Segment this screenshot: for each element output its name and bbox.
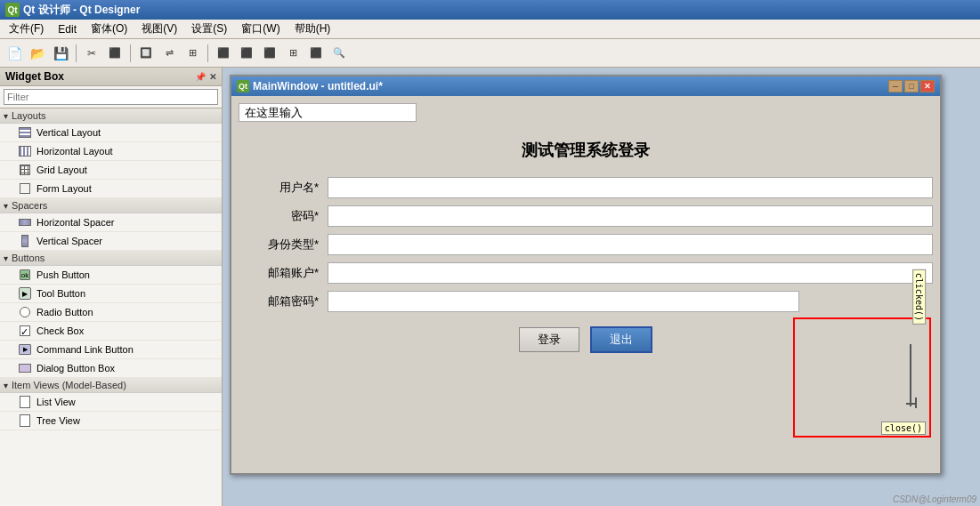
app-title: Qt 设计师 - Qt Designer <box>23 3 140 18</box>
inner-window-icon: Qt <box>237 80 249 92</box>
filter-input[interactable] <box>4 89 218 105</box>
toolbar-copy[interactable]: ⬛ <box>104 43 126 64</box>
toolbar-preview[interactable]: 🔍 <box>328 43 350 64</box>
form-layout-icon <box>18 181 32 196</box>
label-email: 邮箱账户* <box>239 265 319 281</box>
toolbar-open[interactable]: 📂 <box>27 43 48 64</box>
menu-form[interactable]: 窗体(O) <box>84 20 134 38</box>
horizontal-spacer-icon <box>18 215 32 229</box>
widget-box-pin[interactable]: 📌 <box>195 72 206 82</box>
category-item-views[interactable]: Item Views (Model-Based) <box>0 378 222 393</box>
widget-item-list-view[interactable]: List View <box>0 393 222 412</box>
toolbar-save[interactable]: 💾 <box>50 43 71 64</box>
widget-item-command-link-button[interactable]: ▶ Command Link Button <box>0 341 222 359</box>
vertical-spacer-icon <box>18 234 32 248</box>
input-username[interactable] <box>328 177 933 198</box>
label-email-pass: 邮箱密码* <box>239 293 319 309</box>
toolbar-widget-editor[interactable]: 🔲 <box>135 43 157 64</box>
category-spacers[interactable]: Spacers <box>0 198 222 213</box>
toolbar-align-r[interactable]: ⬛ <box>236 43 257 64</box>
widget-item-check-box[interactable]: ✓ Check Box <box>0 322 222 341</box>
input-email[interactable] <box>328 262 933 284</box>
menu-window[interactable]: 窗口(W) <box>234 20 287 38</box>
form-row-password: 密码* <box>239 205 933 227</box>
widget-item-push-button[interactable]: ok Push Button <box>0 266 222 285</box>
toolbar-layout1[interactable]: ⊞ <box>182 43 203 64</box>
toolbar-align-l[interactable]: ⬛ <box>213 43 234 64</box>
input-email-pass[interactable] <box>328 291 799 312</box>
menu-bar: 文件(F) Edit 窗体(O) 视图(V) 设置(S) 窗口(W) 帮助(H) <box>0 20 980 39</box>
menu-settings[interactable]: 设置(S) <box>184 20 234 38</box>
label-identity: 身份类型* <box>239 237 319 253</box>
widget-item-vertical-layout[interactable]: Vertical Layout <box>0 124 222 142</box>
toolbar-signal-slot[interactable]: ⇌ <box>158 43 180 64</box>
command-link-icon: ▶ <box>18 342 32 357</box>
form-main-title: 测试管理系统登录 <box>239 140 933 161</box>
widget-item-vertical-spacer[interactable]: Vertical Spacer <box>0 232 222 251</box>
toolbar-sep-3 <box>207 44 208 62</box>
form-row-username: 用户名* <box>239 177 933 198</box>
form-content: 测试管理系统登录 用户名* 密码* 身份类型* 邮箱账户* <box>231 96 940 360</box>
toolbar-align-c[interactable]: ⬛ <box>259 43 280 64</box>
widget-item-horizontal-spacer[interactable]: Horizontal Spacer <box>0 213 222 232</box>
input-identity[interactable] <box>328 234 933 255</box>
form-row-email: 邮箱账户* <box>239 262 933 284</box>
category-buttons[interactable]: Buttons <box>0 251 222 266</box>
toolbar-break[interactable]: ⬛ <box>305 43 327 64</box>
widget-item-grid-layout[interactable]: Grid Layout <box>0 161 222 180</box>
toolbar-sep-2 <box>130 44 131 62</box>
signal-arrow-head-v <box>915 398 917 408</box>
widget-item-form-layout[interactable]: Form Layout <box>0 180 222 198</box>
widget-item-tree-view[interactable]: Tree View <box>0 412 222 430</box>
widget-box-header: Widget Box 📌 ✕ <box>0 68 222 86</box>
form-row-email-pass: 邮箱密码* <box>239 291 933 312</box>
inner-window: Qt MainWindow - untitled.ui* ─ □ ✕ 测试管理系… <box>230 75 942 475</box>
toolbar-cut[interactable]: ✂ <box>81 43 102 64</box>
menu-view[interactable]: 视图(V) <box>134 20 184 38</box>
dialog-button-box-icon <box>18 361 32 375</box>
toolbar-grid[interactable]: ⊞ <box>282 43 304 64</box>
widget-item-radio-button[interactable]: Radio Button <box>0 303 222 322</box>
inner-maximize-btn[interactable]: □ <box>904 80 919 92</box>
signal-slot-overlay: clicked() close() <box>790 317 933 442</box>
toolbar-new[interactable]: 📄 <box>4 43 25 64</box>
widget-item-horizontal-layout[interactable]: Horizontal Layout <box>0 142 222 161</box>
quit-button[interactable]: 退出 <box>590 326 652 353</box>
widget-box: Widget Box 📌 ✕ Layouts Vertical Layout H… <box>0 68 223 506</box>
title-input[interactable] <box>239 103 417 122</box>
slot-label: close() <box>881 422 926 435</box>
inner-title-bar: Qt MainWindow - untitled.ui* ─ □ ✕ <box>231 76 940 96</box>
filter-bar <box>0 86 222 108</box>
inner-window-title: MainWindow - untitled.ui* <box>253 80 383 92</box>
app-icon: Qt <box>5 3 20 17</box>
app-title-bar: Qt Qt 设计师 - Qt Designer <box>0 0 980 20</box>
form-row-identity: 身份类型* <box>239 234 933 255</box>
design-area[interactable]: Qt MainWindow - untitled.ui* ─ □ ✕ 测试管理系… <box>223 68 980 506</box>
selection-box <box>793 317 931 438</box>
signal-arrow-head-h <box>906 403 917 405</box>
widget-item-dialog-button-box[interactable]: Dialog Button Box <box>0 359 222 378</box>
widget-box-close[interactable]: ✕ <box>209 72 216 82</box>
label-username: 用户名* <box>239 180 319 196</box>
quit-button-container: 退出 <box>590 326 652 353</box>
menu-help[interactable]: 帮助(H) <box>288 20 338 38</box>
widget-box-controls: 📌 ✕ <box>195 72 216 82</box>
widget-item-tool-button[interactable]: ▶ Tool Button <box>0 285 222 303</box>
tool-button-icon: ▶ <box>18 286 32 301</box>
vertical-layout-icon <box>18 125 32 140</box>
grid-layout-icon <box>18 163 32 177</box>
login-button[interactable]: 登录 <box>519 327 579 352</box>
radio-button-icon <box>18 305 32 319</box>
category-layouts[interactable]: Layouts <box>0 108 222 124</box>
menu-edit[interactable]: Edit <box>51 21 84 37</box>
menu-file[interactable]: 文件(F) <box>2 20 51 38</box>
inner-window-controls: ─ □ ✕ <box>888 80 935 92</box>
tree-view-icon <box>18 414 32 428</box>
inner-close-btn[interactable]: ✕ <box>920 80 935 92</box>
inner-minimize-btn[interactable]: ─ <box>888 80 903 92</box>
horizontal-layout-icon <box>18 144 32 158</box>
toolbar: 📄 📂 💾 ✂ ⬛ 🔲 ⇌ ⊞ ⬛ ⬛ ⬛ ⊞ ⬛ 🔍 <box>0 39 980 68</box>
watermark: CSDN@Loginterm09 <box>893 494 976 504</box>
input-password[interactable] <box>328 205 933 227</box>
list-view-icon <box>18 395 32 409</box>
